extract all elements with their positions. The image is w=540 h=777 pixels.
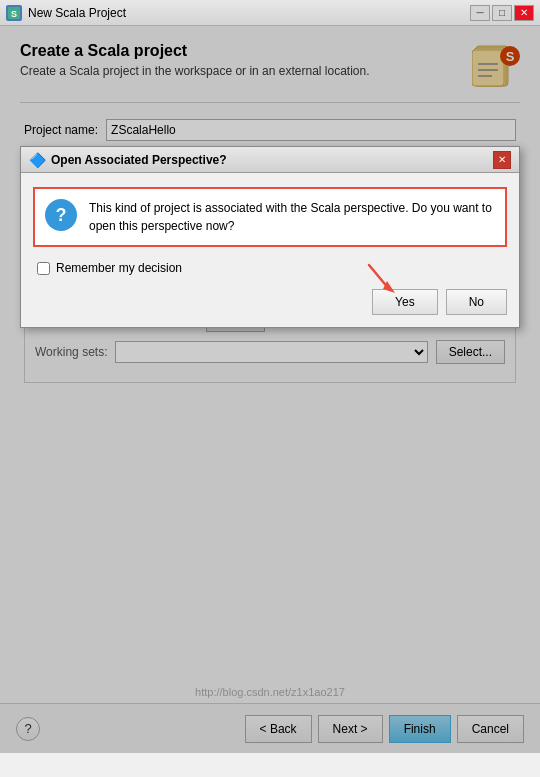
question-icon: ? bbox=[45, 199, 77, 231]
dialog-close-btn[interactable]: ✕ bbox=[493, 151, 511, 169]
remember-decision-label: Remember my decision bbox=[56, 261, 182, 275]
window-controls: ─ □ ✕ bbox=[470, 5, 534, 21]
dialog-message-row: ? This kind of project is associated wit… bbox=[33, 187, 507, 247]
no-button[interactable]: No bbox=[446, 289, 507, 315]
dialog-message: This kind of project is associated with … bbox=[89, 199, 495, 235]
window-icon: S bbox=[6, 5, 22, 21]
dialog-overlay bbox=[0, 26, 540, 753]
main-window: Create a Scala project Create a Scala pr… bbox=[0, 26, 540, 753]
title-bar: S New Scala Project ─ □ ✕ bbox=[0, 0, 540, 26]
dialog-buttons: Yes No bbox=[33, 289, 507, 315]
minimize-btn[interactable]: ─ bbox=[470, 5, 490, 21]
remember-decision-row: Remember my decision bbox=[33, 261, 507, 275]
dialog-title-bar: 🔷 Open Associated Perspective? ✕ bbox=[21, 147, 519, 173]
remember-decision-checkbox[interactable] bbox=[37, 262, 50, 275]
close-btn[interactable]: ✕ bbox=[514, 5, 534, 21]
dialog-title: Open Associated Perspective? bbox=[51, 153, 493, 167]
svg-text:S: S bbox=[11, 9, 17, 19]
window-title: New Scala Project bbox=[28, 6, 470, 20]
perspective-dialog: 🔷 Open Associated Perspective? ✕ ? This … bbox=[20, 146, 520, 328]
dialog-body: ? This kind of project is associated wit… bbox=[21, 173, 519, 327]
red-arrow-indicator bbox=[359, 261, 399, 297]
dialog-title-icon: 🔷 bbox=[29, 152, 45, 168]
maximize-btn[interactable]: □ bbox=[492, 5, 512, 21]
